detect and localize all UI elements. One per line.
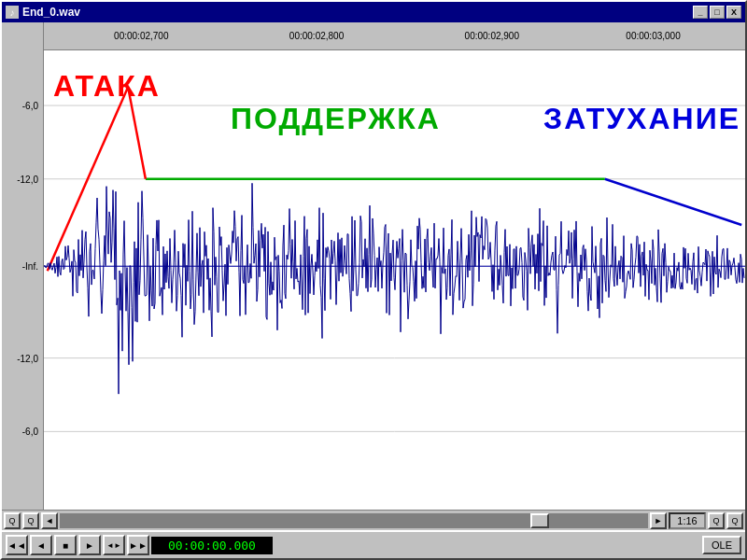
y-label-4: -12,0 bbox=[17, 353, 38, 363]
ataka-label: АТАКА bbox=[53, 69, 161, 104]
loop-button[interactable]: ◄► bbox=[103, 535, 125, 555]
content-area: 00:00:02,700 00:00:02,800 00:00:02,900 0… bbox=[2, 22, 745, 558]
stop-button[interactable]: ■ bbox=[54, 535, 77, 555]
y-label-5: -6,0 bbox=[22, 427, 38, 437]
timeline-label-2: 00:00:02,800 bbox=[289, 31, 344, 41]
timeline-label-1: 00:00:02,700 bbox=[114, 31, 168, 41]
maximize-button[interactable]: □ bbox=[710, 6, 725, 19]
window-icon: ♪ bbox=[6, 6, 19, 19]
scrollbar-area: Q Q ◄ ► 1:16 Q Q bbox=[2, 510, 745, 530]
waveform-container: -6,0 -12,0 -Inf. -12,0 -6,0 АТАКА ПОДДЕР… bbox=[2, 50, 745, 510]
prev-button[interactable]: ◄ bbox=[30, 535, 52, 555]
main-window: ♪ End_0.wav _ □ X 00:00:02,700 00:00:02,… bbox=[0, 0, 747, 560]
scroll-right-btn[interactable]: ► bbox=[650, 512, 667, 529]
scrollbar-thumb[interactable] bbox=[530, 513, 549, 528]
forward-button[interactable]: ►► bbox=[127, 535, 149, 555]
window-controls: _ □ X bbox=[693, 6, 741, 19]
timeline-label-4: 00:00:03,000 bbox=[626, 31, 680, 41]
transport-area: ◄◄ ◄ ■ ► ◄► ►► 00:00:00.000 OLE bbox=[2, 530, 745, 558]
waveform-area: АТАКА ПОДДЕРЖКА ЗАТУХАНИЕ bbox=[44, 50, 745, 510]
scrollbar-track[interactable] bbox=[60, 513, 648, 528]
zoom-btn-4[interactable]: Q bbox=[726, 512, 743, 529]
y-label-2: -12,0 bbox=[17, 174, 38, 184]
title-bar-left: ♪ End_0.wav bbox=[6, 6, 80, 19]
y-label-1: -6,0 bbox=[22, 101, 38, 111]
time-display: 1:16 bbox=[669, 512, 706, 529]
title-bar: ♪ End_0.wav _ □ X bbox=[2, 2, 745, 22]
play-button[interactable]: ► bbox=[78, 535, 101, 555]
ole-button[interactable]: OLE bbox=[702, 536, 741, 554]
y-axis: -6,0 -12,0 -Inf. -12,0 -6,0 bbox=[2, 50, 44, 510]
zatuhanie-label: ЗАТУХАНИЕ bbox=[543, 102, 740, 136]
podderzhka-label: ПОДДЕРЖКА bbox=[231, 102, 441, 136]
scroll-left-btn[interactable]: ◄ bbox=[41, 512, 58, 529]
rewind-button[interactable]: ◄◄ bbox=[6, 535, 28, 555]
zoom-btn-2[interactable]: Q bbox=[22, 512, 39, 529]
zoom-btn-1[interactable]: Q bbox=[4, 512, 21, 529]
timeline-ruler: 00:00:02,700 00:00:02,800 00:00:02,900 0… bbox=[44, 22, 745, 50]
window-title: End_0.wav bbox=[22, 6, 80, 19]
close-button[interactable]: X bbox=[726, 6, 741, 19]
timeline-label-3: 00:00:02,900 bbox=[465, 31, 519, 41]
time-counter: 00:00:00.000 bbox=[151, 537, 273, 554]
y-label-3: -Inf. bbox=[22, 261, 38, 272]
minimize-button[interactable]: _ bbox=[693, 6, 708, 19]
zoom-btn-3[interactable]: Q bbox=[708, 512, 725, 529]
